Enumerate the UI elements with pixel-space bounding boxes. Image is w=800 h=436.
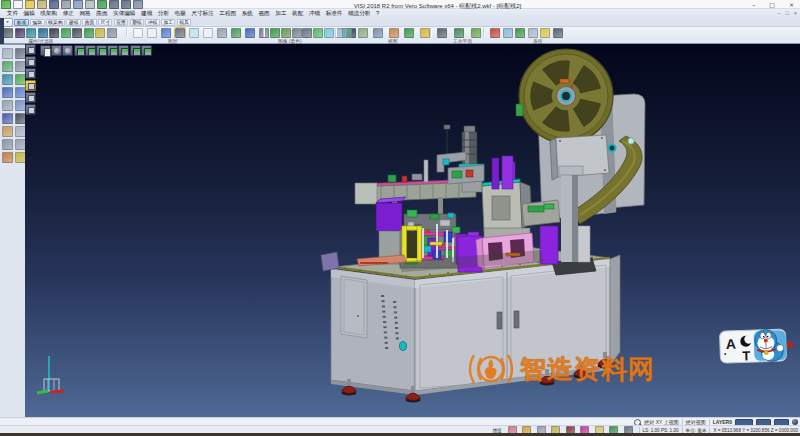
new-view-icon[interactable]: [40, 45, 51, 56]
tab-2[interactable]: 线架构: [46, 19, 65, 26]
menu-11[interactable]: 工程图: [217, 9, 239, 18]
tab-3[interactable]: 建模: [66, 19, 80, 26]
top-view-icon[interactable]: [96, 45, 107, 56]
menu-3[interactable]: 修正: [60, 9, 77, 18]
print-icon[interactable]: [61, 0, 71, 9]
shade-sphere-icon[interactable]: [270, 28, 280, 38]
remove-filter-icon[interactable]: [95, 28, 105, 38]
image-icon[interactable]: [503, 28, 513, 38]
bottom-view-icon[interactable]: [141, 45, 152, 56]
wireframe-view-icon[interactable]: [62, 45, 73, 56]
close-button[interactable]: ×: [789, 1, 794, 9]
menu-15[interactable]: 装配: [289, 9, 306, 18]
menu-10[interactable]: 尺寸标注: [189, 9, 217, 18]
tab-4[interactable]: 曲面: [82, 19, 96, 26]
fence-icon[interactable]: [540, 28, 550, 38]
view-box-2-icon[interactable]: [25, 68, 36, 79]
sphere-icon[interactable]: [2, 100, 13, 111]
select-icon[interactable]: [2, 48, 13, 59]
layer-stack-green-icon[interactable]: [231, 28, 241, 38]
layer-new-icon[interactable]: [133, 28, 143, 38]
grid-toggle-icon[interactable]: [25, 44, 36, 55]
frame-select-icon[interactable]: [2, 61, 13, 72]
new-file-icon[interactable]: [13, 0, 23, 9]
menu-14[interactable]: 加工: [273, 9, 290, 18]
arrows-icon[interactable]: [2, 87, 13, 98]
zoom-dynamic-icon[interactable]: [342, 28, 352, 38]
arrow-cyan-icon[interactable]: [324, 28, 334, 38]
menu-4[interactable]: 网格: [77, 9, 94, 18]
tab-8[interactable]: 冲模: [145, 19, 159, 26]
workplane-pen-icon[interactable]: [437, 28, 447, 38]
mesh-filter-icon[interactable]: [72, 28, 82, 38]
add-filter-icon[interactable]: [84, 28, 94, 38]
iso-view-icon[interactable]: [74, 45, 85, 56]
menu-2[interactable]: 线架构: [38, 9, 60, 18]
tab-9[interactable]: 加工: [161, 19, 175, 26]
menu-1[interactable]: 编辑: [21, 9, 38, 18]
orange-grid-icon[interactable]: [2, 152, 13, 163]
menu-17[interactable]: 标准件: [323, 9, 345, 18]
right-view-icon[interactable]: [118, 45, 129, 56]
menu-8[interactable]: 分析: [155, 9, 172, 18]
tab-5[interactable]: 尺寸: [98, 19, 112, 26]
menu-9[interactable]: 电极: [172, 9, 189, 18]
shade-box1-icon[interactable]: [292, 28, 302, 38]
menu-7[interactable]: 建模: [138, 9, 155, 18]
layer-half-icon[interactable]: [161, 28, 171, 38]
back-view-icon[interactable]: [130, 45, 141, 56]
menu-13[interactable]: 视图: [256, 9, 273, 18]
view-box-3-icon[interactable]: [25, 80, 36, 91]
save-icon[interactable]: [49, 0, 59, 9]
view-box-5-icon[interactable]: [25, 104, 36, 115]
box-blue-icon[interactable]: [2, 113, 13, 124]
menu-5[interactable]: 曲面: [94, 9, 111, 18]
open-folder-icon[interactable]: [25, 0, 35, 9]
visi-logo-icon[interactable]: [1, 0, 11, 9]
refresh-icon[interactable]: [107, 28, 117, 38]
layer-box-icon[interactable]: [147, 28, 157, 38]
dark-tool-icon[interactable]: [553, 28, 563, 38]
shade-wire-icon[interactable]: [281, 28, 291, 38]
copy-icon[interactable]: [73, 0, 83, 9]
layer-cyan-icon[interactable]: [189, 28, 199, 38]
teal-tool-icon[interactable]: [2, 74, 13, 85]
tab-10[interactable]: 模具: [177, 19, 191, 26]
front-view-icon[interactable]: [85, 45, 96, 56]
mdi-restore-button[interactable]: □: [785, 10, 788, 17]
attribute-style-icon[interactable]: [15, 28, 25, 38]
sphere-filter-icon[interactable]: [61, 28, 71, 38]
cup-icon[interactable]: [420, 28, 430, 38]
tab-6[interactable]: 应用: [114, 19, 128, 26]
rotate-view-icon[interactable]: [404, 28, 414, 38]
maximize-button[interactable]: □: [769, 1, 775, 9]
workplane-plant-icon[interactable]: [471, 28, 481, 38]
layer-stack-blue-icon[interactable]: [245, 28, 255, 38]
redo-icon[interactable]: [121, 0, 131, 9]
globe-icon[interactable]: [515, 28, 525, 38]
binocular-filter-icon[interactable]: [49, 28, 59, 38]
layer-empty-icon[interactable]: [203, 28, 213, 38]
trash-icon[interactable]: [2, 139, 13, 150]
menu-16[interactable]: 冲模: [306, 9, 323, 18]
zoom-extents-icon[interactable]: [373, 28, 383, 38]
left-view-icon[interactable]: [107, 45, 118, 56]
view-box-1-icon[interactable]: [25, 56, 36, 67]
mdi-close-button[interactable]: ×: [794, 10, 797, 17]
tab-0[interactable]: 标准: [14, 19, 28, 26]
mdi-minimize-button[interactable]: –: [777, 10, 780, 17]
plot-icon[interactable]: [85, 0, 95, 9]
filter-circle-icon[interactable]: [26, 28, 36, 38]
shade-box2-icon[interactable]: [302, 28, 312, 38]
viewport-3d[interactable]: AT 智造资料网: [25, 44, 800, 417]
layer-gray-icon[interactable]: [217, 28, 227, 38]
menu-12[interactable]: 系统: [239, 9, 256, 18]
tan-tool-icon[interactable]: [2, 126, 13, 137]
color-grid-icon[interactable]: [490, 28, 500, 38]
menu-18[interactable]: 模流分析: [345, 9, 373, 18]
window-icon[interactable]: [528, 28, 538, 38]
workplane-tree-icon[interactable]: [454, 28, 464, 38]
layer-current-icon[interactable]: [175, 28, 185, 38]
filter-ball-icon[interactable]: [38, 28, 48, 38]
tab-1[interactable]: 编辑: [30, 19, 44, 26]
